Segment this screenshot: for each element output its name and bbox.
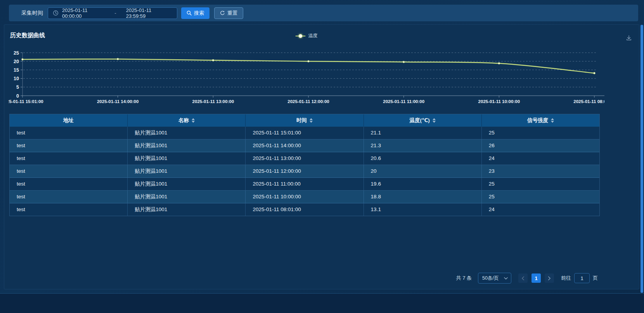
data-point[interactable] [22, 58, 24, 60]
x-axis-label: 2025-01-11 13:00:00 [192, 99, 234, 104]
date-start-value[interactable]: 2025-01-11 00:00:00 [62, 7, 108, 19]
table-cell: 2025-01-11 12:00:00 [246, 165, 364, 177]
sort-desc-icon[interactable] [551, 121, 554, 123]
chart-svg: 05101520252025-01-11 15:01:002025-01-11 … [9, 48, 604, 107]
data-point[interactable] [212, 59, 214, 61]
table-row: test贴片测温10012025-01-11 10:00:0018.825 [10, 191, 599, 203]
sort-desc-icon[interactable] [192, 121, 195, 123]
chart-area[interactable]: 05101520252025-01-11 15:01:002025-01-11 … [9, 48, 604, 107]
table-row: test贴片测温10012025-01-11 13:00:0020.624 [10, 152, 599, 165]
date-range-separator: - [114, 10, 116, 16]
table-cell: 贴片测温1001 [128, 178, 246, 190]
prev-page-button[interactable] [518, 273, 528, 283]
page-size-select[interactable]: 50条/页 [478, 273, 511, 284]
search-button[interactable]: 搜索 [181, 7, 209, 19]
y-axis-label: 20 [14, 59, 19, 64]
sort-icons [433, 118, 436, 123]
x-axis-label: 2025-01-11 11:00:00 [383, 99, 424, 104]
table-body: test贴片测温10012025-01-11 15:01:0021.125tes… [10, 127, 599, 216]
table-cell: 贴片测温1001 [128, 165, 246, 177]
table-cell: 贴片测温1001 [128, 139, 246, 152]
next-page-button[interactable] [545, 273, 554, 283]
table-cell: test [10, 165, 128, 177]
table-cell: test [10, 127, 128, 139]
sort-desc-icon[interactable] [433, 121, 436, 123]
date-range-picker[interactable]: 2025-01-11 00:00:00 - 2025-01-11 23:59:5… [48, 7, 177, 19]
page-size-value: 50条/页 [482, 275, 499, 282]
table-cell: 2025-01-11 08:01:00 [246, 203, 364, 216]
legend-marker-dot [299, 34, 303, 38]
pagination: 共 7 条 50条/页 1 前往 页 [456, 273, 598, 284]
column-header-5[interactable]: 信号强度 [482, 114, 599, 127]
y-axis-label: 15 [14, 67, 19, 73]
x-axis-label: 2025-01-11 15:01:00 [9, 99, 43, 104]
sort-asc-icon[interactable] [310, 118, 313, 120]
table-cell: 20 [364, 165, 482, 177]
data-point[interactable] [403, 61, 405, 63]
reset-button[interactable]: 重置 [214, 7, 243, 19]
table-cell: 25 [482, 178, 599, 190]
goto-page-input[interactable] [574, 273, 590, 283]
sort-asc-icon[interactable] [433, 118, 436, 120]
table-cell: 贴片测温1001 [128, 152, 246, 165]
column-header-2[interactable]: 名称 [128, 114, 246, 127]
column-header-label: 名称 [178, 117, 189, 124]
scrollbar-thumb[interactable] [641, 25, 643, 293]
column-header-4[interactable]: 温度(℃) [364, 114, 482, 127]
search-icon [187, 10, 192, 15]
sort-desc-icon[interactable] [310, 121, 313, 123]
table-cell: 24 [482, 203, 599, 216]
history-data-panel: 历史数据曲线 温度 05101520252025-01-11 15:01:002… [4, 24, 639, 289]
goto-label: 前往 [561, 275, 571, 282]
table-cell: 23 [482, 165, 599, 177]
y-axis-label: 5 [16, 84, 19, 90]
table-row: test贴片测温10012025-01-11 15:01:0021.125 [10, 127, 599, 139]
legend-marker [296, 34, 306, 38]
sort-asc-icon[interactable] [551, 118, 554, 120]
table-cell: 20.6 [364, 152, 482, 165]
data-point[interactable] [308, 60, 310, 62]
table-cell: test [10, 203, 128, 216]
y-axis-label: 10 [14, 76, 19, 81]
table-row: test贴片测温10012025-01-11 08:01:0013.124 [10, 203, 599, 216]
table-cell: 2025-01-11 11:00:00 [246, 178, 364, 190]
reset-button-label: 重置 [227, 10, 237, 17]
table-cell: 26 [482, 139, 599, 152]
page-number-button[interactable]: 1 [531, 273, 541, 283]
x-axis-label: 2025-01-11 14:00:00 [97, 99, 138, 104]
collect-time-label: 采集时间 [21, 10, 43, 17]
download-button[interactable] [625, 34, 633, 42]
goto-unit-label: 页 [593, 275, 598, 282]
x-axis-label: 2025-01-11 12:00:00 [287, 99, 329, 104]
sort-asc-icon[interactable] [192, 118, 195, 120]
date-end-value[interactable]: 2025-01-11 23:59:59 [126, 7, 172, 19]
column-header-label: 信号强度 [527, 117, 548, 124]
table-cell: test [10, 152, 128, 165]
table-cell: 贴片测温1001 [128, 203, 246, 216]
column-header-label: 地址 [63, 117, 74, 124]
table-cell: 2025-01-11 15:01:00 [246, 127, 364, 139]
total-count-label: 共 7 条 [456, 275, 472, 282]
y-axis-label: 0 [16, 93, 19, 99]
filter-bar: 采集时间 2025-01-11 00:00:00 - 2025-01-11 23… [9, 5, 638, 21]
legend-item-temperature[interactable]: 温度 [296, 33, 318, 39]
chevron-left-icon [521, 276, 525, 280]
x-axis-label: 2025-01-11 10:00:00 [478, 99, 520, 104]
table-row: test贴片测温10012025-01-11 14:00:0021.326 [10, 139, 599, 152]
data-point[interactable] [498, 62, 500, 64]
data-point[interactable] [594, 72, 596, 74]
table-cell: test [10, 178, 128, 190]
goto-page-group: 前往 页 [561, 273, 598, 283]
table-cell: 25 [482, 127, 599, 139]
table-cell: test [10, 139, 128, 152]
table-cell: 21.1 [364, 127, 482, 139]
data-point[interactable] [117, 58, 119, 60]
table-cell: 2025-01-11 13:00:00 [246, 152, 364, 165]
clock-icon [53, 10, 59, 16]
table-cell: 24 [482, 152, 599, 165]
bottom-strip [0, 293, 644, 313]
column-header-label: 温度(℃) [410, 117, 430, 124]
table-cell: 2025-01-11 10:00:00 [246, 191, 364, 203]
column-header-3[interactable]: 时间 [246, 114, 364, 127]
table-cell: 18.8 [364, 191, 482, 203]
